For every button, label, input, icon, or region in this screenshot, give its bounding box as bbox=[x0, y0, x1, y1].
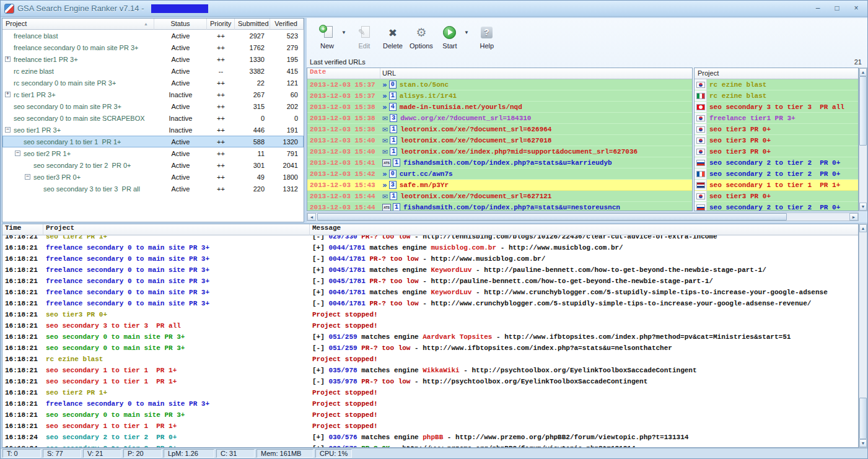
delete-button[interactable]: ✖ Delete bbox=[379, 20, 407, 55]
project-tree-row[interactable]: +rc tier1 PR 3+Inactive++26760 bbox=[2, 89, 304, 100]
log-row[interactable]: 16:18:21seo tier2 PR 1+[-] 029/330 PR-? … bbox=[2, 235, 858, 242]
verified-url-project-row[interactable]: seo tier3 PR 0+ bbox=[695, 191, 858, 202]
verified-url-link[interactable]: made-in-tunisia.net/yourls/nqd bbox=[400, 103, 522, 111]
log-row[interactable]: 16:18:21freelance secondary 0 to main si… bbox=[2, 298, 858, 309]
verified-url-row[interactable]: 2013-12-03 15:38✉3dwwc.org/xe/?document_… bbox=[307, 113, 692, 124]
column-header-log-project[interactable]: Project bbox=[43, 224, 310, 235]
maximize-button[interactable]: □ bbox=[830, 4, 844, 14]
scroll-track[interactable] bbox=[859, 232, 867, 439]
log-row[interactable]: 16:18:21freelance secondary 0 to main si… bbox=[2, 276, 858, 287]
project-tree-row[interactable]: −seo tier3 PR 0+Active++491800 bbox=[2, 171, 304, 183]
verified-url-link[interactable]: dwwc.org/xe/?document_srl=184310 bbox=[400, 115, 531, 122]
project-tree-row[interactable]: rc secondary 0 to main site PR 3+Active+… bbox=[2, 77, 304, 89]
project-tree-row[interactable]: freelance blastActive++2927523 bbox=[2, 30, 304, 42]
verified-url-link[interactable]: fishandsmith.com/top/index.php?a=stats&u… bbox=[403, 159, 612, 167]
log-vertical-scrollbar[interactable]: ▲ ▼ bbox=[859, 224, 867, 448]
verified-url-project-row[interactable]: seo tier3 PR 0+ bbox=[695, 146, 858, 157]
edit-button[interactable]: ✎ Edit bbox=[350, 20, 379, 55]
verified-url-link[interactable]: curt.cc/awn7s bbox=[400, 170, 453, 178]
scroll-thumb[interactable] bbox=[859, 76, 867, 146]
column-header-time[interactable]: Time bbox=[2, 224, 43, 235]
project-tree-row[interactable]: +freelance tier1 PR 3+Active++1330195 bbox=[2, 53, 304, 65]
verified-url-link[interactable]: leotronix.com/xe/?document_srl=627121 bbox=[400, 193, 551, 200]
new-button[interactable]: + New bbox=[313, 20, 341, 55]
project-tree-row[interactable]: freelance secondary 0 to main site PR 3+… bbox=[2, 42, 304, 53]
project-tree-row[interactable]: −seo tier1 PR 3+Inactive++446191 bbox=[2, 124, 304, 136]
log-row[interactable]: 16:18:21rc ezine blastProject stopped! bbox=[2, 354, 858, 365]
project-tree-row[interactable]: −seo tier2 PR 1+Active++11791 bbox=[2, 147, 304, 159]
verified-url-link[interactable]: leotronix.com/xe/index.php?mid=support&d… bbox=[400, 148, 638, 155]
verified-url-project-row[interactable]: seo secondary 2 to tier 2 PR 0+ bbox=[695, 202, 858, 211]
help-button[interactable]: ? Help bbox=[473, 20, 501, 55]
log-row[interactable]: 16:18:21seo secondary 1 to tier 1 PR 1+P… bbox=[2, 421, 858, 432]
verified-url-row[interactable]: 2013-12-03 15:40✉1leotronix.com/xe/?docu… bbox=[307, 135, 692, 146]
collapse-icon[interactable]: − bbox=[5, 127, 11, 133]
scroll-thumb[interactable] bbox=[859, 398, 867, 439]
log-row[interactable]: 16:18:21freelance secondary 0 to main si… bbox=[2, 264, 858, 276]
verified-url-link[interactable]: stan.to/5onc bbox=[400, 81, 449, 89]
verified-url-row[interactable]: 2013-12-03 15:37»1alisys.it/1r41 bbox=[307, 90, 692, 102]
log-row[interactable]: 16:18:24seo secondary 2 to tier 2 PR 0+[… bbox=[2, 443, 858, 447]
minimize-button[interactable]: – bbox=[810, 4, 825, 14]
expand-icon[interactable]: + bbox=[5, 56, 11, 62]
log-row[interactable]: 16:18:21seo secondary 0 to main site PR … bbox=[2, 409, 858, 421]
log-row[interactable]: 16:18:21freelance secondary 0 to main si… bbox=[2, 253, 858, 264]
verified-url-project-row[interactable]: seo secondary 3 to tier 3 PR all bbox=[695, 102, 858, 113]
verified-url-project-row[interactable]: freelance tier1 PR 3+ bbox=[695, 113, 858, 124]
project-tree-row[interactable]: seo secondary 3 to tier 3 PR allActive++… bbox=[2, 183, 304, 195]
verified-url-row[interactable]: 2013-12-03 15:38»4made-in-tunisia.net/yo… bbox=[307, 102, 692, 113]
start-button[interactable]: Start bbox=[436, 20, 464, 55]
project-tree-row[interactable]: seo secondary 0 to main site SCRAPEBOXIn… bbox=[2, 112, 304, 124]
verified-url-row[interactable]: 2013-12-03 15:44ATS1fishandsmith.com/top… bbox=[307, 202, 692, 211]
verified-url-link[interactable]: leotronix.com/xe/?document_srl=627018 bbox=[400, 137, 551, 144]
log-row[interactable]: 16:18:21freelance secondary 0 to main si… bbox=[2, 398, 858, 409]
column-header-message[interactable]: Message bbox=[310, 224, 858, 235]
project-tree-row[interactable]: seo secondary 2 to tier 2 PR 0+Active++3… bbox=[2, 159, 304, 171]
log-row[interactable]: 16:18:21seo tier3 PR 0+Project stopped! bbox=[2, 309, 858, 320]
column-header-project-right[interactable]: Project bbox=[695, 68, 858, 79]
verified-url-project-row[interactable]: seo tier3 PR 0+ bbox=[695, 124, 858, 135]
log-row[interactable]: 16:18:24seo secondary 2 to tier 2 PR 0+[… bbox=[2, 432, 858, 443]
scroll-left-arrow[interactable]: ◄ bbox=[307, 213, 316, 221]
log-row[interactable]: 16:18:21seo secondary 1 to tier 1 PR 1+[… bbox=[2, 365, 858, 376]
project-tree-row[interactable]: seo secondary 0 to main site PR 3+Active… bbox=[2, 100, 304, 112]
column-header-priority[interactable]: Priority bbox=[207, 19, 235, 30]
verified-url-project-row[interactable]: seo tier3 PR 0+ bbox=[695, 135, 858, 146]
log-row[interactable]: 16:18:21seo secondary 0 to main site PR … bbox=[2, 343, 858, 354]
log-row[interactable]: 16:18:21seo tier2 PR 1+Project stopped! bbox=[2, 387, 858, 398]
verified-urls-horizontal-scrollbar[interactable]: ◄ ► bbox=[307, 212, 859, 221]
log-row[interactable]: 16:18:21freelance secondary 0 to main si… bbox=[2, 242, 858, 253]
verified-url-row[interactable]: 2013-12-03 15:41ATS1fishandsmith.com/top… bbox=[307, 157, 692, 168]
verified-url-project-row[interactable]: seo secondary 2 to tier 2 PR 0+ bbox=[695, 168, 858, 180]
project-tree-row[interactable]: rc ezine blastActive--3382415 bbox=[2, 65, 304, 77]
start-dropdown-arrow[interactable]: ▼ bbox=[464, 30, 469, 35]
verified-url-row[interactable]: 2013-12-03 15:42»0curt.cc/awn7s bbox=[307, 168, 692, 180]
project-tree-row[interactable]: seo secondary 1 to tier 1 PR 1+Active++5… bbox=[2, 136, 304, 147]
verified-url-link[interactable]: leotronix.com/xe/?document_srl=626964 bbox=[400, 126, 551, 133]
verified-url-link[interactable]: fishandsmith.com/top/index.php?a=stats&u… bbox=[403, 204, 620, 211]
log-row[interactable]: 16:18:21seo secondary 1 to tier 1 PR 1+[… bbox=[2, 376, 858, 387]
verified-url-link[interactable]: safe.mn/p3Yr bbox=[400, 181, 449, 189]
column-header-url[interactable]: URL bbox=[380, 68, 692, 79]
scroll-down-arrow[interactable]: ▼ bbox=[859, 439, 867, 447]
scroll-track[interactable] bbox=[859, 76, 867, 203]
scroll-up-arrow[interactable]: ▲ bbox=[859, 224, 867, 232]
collapse-icon[interactable]: − bbox=[15, 151, 20, 156]
column-header-verified[interactable]: Verified bbox=[270, 19, 304, 30]
verified-url-project-row[interactable]: rc ezine blast bbox=[695, 90, 858, 102]
new-dropdown-arrow[interactable]: ▼ bbox=[341, 30, 346, 35]
scroll-track[interactable] bbox=[316, 213, 849, 221]
close-button[interactable]: × bbox=[849, 4, 864, 14]
verified-urls-vertical-scrollbar[interactable]: ▲ ▼ bbox=[859, 68, 867, 211]
column-header-date[interactable]: Date bbox=[307, 68, 380, 79]
column-header-project[interactable]: Project ▲ bbox=[2, 19, 154, 30]
options-button[interactable]: ⚙ Options bbox=[407, 20, 436, 55]
verified-url-row[interactable]: 2013-12-03 15:44✉1leotronix.com/xe/?docu… bbox=[307, 191, 692, 202]
scroll-down-arrow[interactable]: ▼ bbox=[859, 203, 867, 211]
collapse-icon[interactable]: − bbox=[25, 174, 30, 180]
scroll-thumb[interactable] bbox=[317, 213, 787, 221]
column-header-submitted[interactable]: Submitted bbox=[235, 19, 270, 30]
verified-url-project-row[interactable]: rc ezine blast bbox=[695, 79, 858, 90]
expand-icon[interactable]: + bbox=[5, 92, 11, 97]
verified-url-row[interactable]: 2013-12-03 15:43»3safe.mn/p3Yr bbox=[307, 180, 692, 191]
